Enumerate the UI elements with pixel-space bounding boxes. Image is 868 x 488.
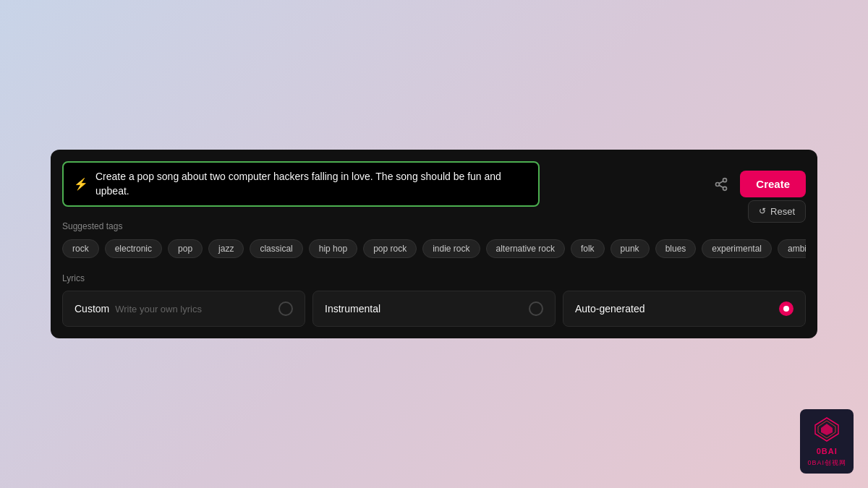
top-row: ⚡ Create a pop song about two computer h… xyxy=(51,150,817,218)
tag-chip[interactable]: experimental xyxy=(702,239,772,258)
tags-label: Suggested tags xyxy=(62,221,806,231)
right-controls: Create xyxy=(710,171,806,197)
logo-subtext: 0BAI创视网 xyxy=(807,458,846,468)
bolt-icon: ⚡ xyxy=(74,177,88,191)
tag-chip[interactable]: blues xyxy=(655,239,697,258)
lyrics-label: Lyrics xyxy=(62,273,806,283)
logo-box: 0BAI 0BAI创视网 xyxy=(800,409,854,474)
tag-chip[interactable]: jazz xyxy=(208,239,244,258)
lyrics-options: CustomWrite your own lyricsInstrumentalA… xyxy=(62,291,806,327)
lyrics-option-hint: Write your own lyrics xyxy=(115,304,202,314)
lyrics-option-name: Auto-generated xyxy=(575,303,645,314)
logo-text: 0BAI xyxy=(817,447,838,455)
logo-icon xyxy=(812,415,841,444)
lyrics-option[interactable]: Auto-generated xyxy=(563,291,806,327)
lyrics-radio[interactable] xyxy=(779,301,793,316)
lyrics-radio[interactable] xyxy=(529,301,543,316)
create-button[interactable]: Create xyxy=(740,171,806,197)
reset-icon: ↺ xyxy=(759,206,766,216)
tag-chip[interactable]: hip hop xyxy=(309,239,357,258)
lyrics-option[interactable]: Instrumental xyxy=(312,291,556,327)
tag-chip[interactable]: ambient xyxy=(778,239,806,258)
tag-chip[interactable]: alternative rock xyxy=(486,239,565,258)
tag-chip[interactable]: punk xyxy=(610,239,650,258)
svg-line-4 xyxy=(719,181,723,183)
lyrics-option-name: Instrumental xyxy=(325,303,380,314)
prompt-box[interactable]: ⚡ Create a pop song about two computer h… xyxy=(62,161,540,207)
lyrics-section: Lyrics CustomWrite your own lyricsInstru… xyxy=(51,267,817,338)
tag-chip[interactable]: indie rock xyxy=(422,239,480,258)
svg-line-3 xyxy=(719,185,723,187)
tag-chip[interactable]: electronic xyxy=(105,239,162,258)
logo-watermark: 0BAI 0BAI创视网 xyxy=(800,409,854,474)
prompt-text: Create a pop song about two computer hac… xyxy=(95,170,528,198)
tags-section: Suggested tags rockelectronicpopjazzclas… xyxy=(51,218,817,267)
tag-chip[interactable]: pop xyxy=(168,239,203,258)
tags-row: rockelectronicpopjazzclassicalhip hoppop… xyxy=(62,239,806,259)
main-card: ⚡ Create a pop song about two computer h… xyxy=(51,150,817,338)
lyrics-radio[interactable] xyxy=(278,301,293,316)
lyrics-option-name: Custom xyxy=(75,303,109,314)
reset-button[interactable]: ↺ Reset xyxy=(748,200,806,223)
tag-chip[interactable]: classical xyxy=(250,239,302,258)
reset-label: Reset xyxy=(770,206,795,217)
tag-chip[interactable]: pop rock xyxy=(363,239,417,258)
share-button[interactable] xyxy=(710,173,733,196)
tag-chip[interactable]: rock xyxy=(62,239,99,258)
tag-chip[interactable]: folk xyxy=(571,239,605,258)
lyrics-option[interactable]: CustomWrite your own lyrics xyxy=(62,291,305,327)
